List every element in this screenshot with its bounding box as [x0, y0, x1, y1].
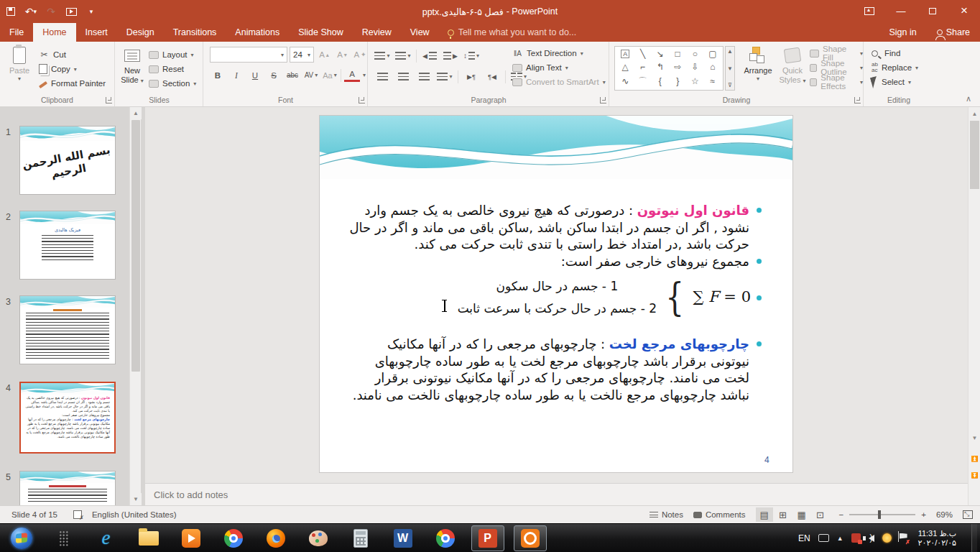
taskbar-file-explorer[interactable]	[132, 525, 165, 551]
font-color-button[interactable]: A	[344, 69, 360, 82]
thumbnail-scrollbar[interactable]: ▲ ▼	[129, 107, 141, 505]
zoom-slider-thumb[interactable]	[878, 510, 881, 519]
slide-thumbnail-1[interactable]: بسم الله الرحمن الرحیم	[19, 126, 116, 195]
rtl-direction-button[interactable]: ¶◀	[484, 69, 500, 84]
previous-slide-icon[interactable]: ⏫	[969, 452, 980, 465]
zoom-slider[interactable]	[849, 514, 915, 515]
slideshow-view-button[interactable]: ⊡	[812, 507, 829, 522]
layout-button[interactable]: Layout▾	[149, 47, 196, 62]
show-hidden-icons-button[interactable]: ▲	[837, 535, 843, 542]
font-size-combo[interactable]: 24▾	[290, 47, 314, 63]
tab-insert[interactable]: Insert	[76, 23, 117, 42]
align-left-button[interactable]	[374, 69, 390, 84]
shape-glyph[interactable]: ∿	[621, 76, 629, 86]
tab-file[interactable]: File	[0, 23, 33, 42]
shape-glyph[interactable]: ○	[693, 49, 698, 59]
notification-app-icon[interactable]	[882, 533, 892, 543]
scroll-down-icon[interactable]: ▼	[130, 493, 142, 505]
change-case-button[interactable]: Aa▾	[322, 68, 338, 83]
clock[interactable]: ب.ظ 11:31 ۲۰۲۰/۰۲/۰۵	[915, 529, 963, 548]
format-painter-button[interactable]: Format Painter	[39, 76, 106, 91]
input-device-icon[interactable]	[818, 534, 829, 542]
language-indicator[interactable]: English (United States)	[92, 510, 177, 519]
shape-glyph[interactable]: ☆	[691, 76, 699, 86]
shapes-gallery-scroll[interactable]: ▲▼⊽	[725, 46, 735, 91]
bullet-newton-first-law[interactable]: قانون اول نیوتون : درصورتی که هیچ نیروی …	[347, 202, 764, 253]
cut-button[interactable]: ✂Cut	[39, 47, 106, 62]
tab-design[interactable]: Design	[117, 23, 164, 42]
font-name-combo[interactable]: ▾	[210, 47, 287, 63]
paragraph-dialog-launcher[interactable]	[600, 97, 606, 104]
zoom-out-button[interactable]: −	[839, 510, 844, 519]
slide-thumbnail-4-selected[interactable]: قانون اول نیوتون : درصورتی که هیچ نیروی …	[19, 382, 116, 454]
normal-view-button[interactable]: ▤	[756, 507, 773, 522]
replace-button[interactable]: abacReplace▾	[872, 60, 918, 75]
taskbar-firefox[interactable]	[259, 525, 292, 551]
shape-glyph[interactable]: }	[676, 76, 679, 86]
character-spacing-button[interactable]: AV▾	[303, 68, 319, 83]
shapes-gallery[interactable]: A ╲ ↘ □ ○ ▢ △ ⌐ ↰ ⇨ ⇩ ⌂ ∿ ⌒ { } ☆ ≈	[614, 46, 724, 91]
section-button[interactable]: Section▾	[149, 76, 196, 91]
fit-slide-to-window-button[interactable]	[963, 510, 973, 519]
taskbar-chrome-2[interactable]	[429, 525, 462, 551]
ribbon-display-options-button[interactable]	[854, 0, 885, 22]
arrange-button[interactable]: Arrange ▾	[739, 45, 777, 82]
ltr-direction-button[interactable]: ▶¶	[463, 69, 479, 84]
decrease-indent-button[interactable]: ◀	[422, 48, 438, 63]
language-tray-indicator[interactable]: EN	[798, 533, 810, 543]
tab-transitions[interactable]: Transitions	[164, 23, 226, 42]
select-button[interactable]: Select▾	[872, 75, 918, 89]
start-button[interactable]	[5, 525, 38, 551]
zoom-in-button[interactable]: +	[921, 510, 926, 519]
new-slide-button[interactable]: NewSlide ▾	[117, 45, 147, 86]
tab-view[interactable]: View	[401, 23, 439, 42]
slide-sorter-view-button[interactable]: ⊞	[775, 507, 792, 522]
italic-button[interactable]: I	[228, 68, 244, 83]
scrollbar-thumb[interactable]	[970, 121, 979, 189]
shape-glyph[interactable]: {	[659, 76, 662, 86]
scroll-up-icon[interactable]: ▲	[130, 107, 142, 119]
close-button[interactable]: ×	[948, 0, 980, 22]
taskbar-internet-explorer[interactable]: e	[90, 525, 123, 551]
shape-fill-button[interactable]: Shape Fill▾	[810, 46, 863, 60]
scroll-down-icon[interactable]: ▼	[969, 431, 980, 444]
reset-button[interactable]: Reset	[149, 62, 196, 76]
taskbar-powerpoint-active[interactable]: P	[471, 525, 504, 551]
reading-view-button[interactable]: ▦	[793, 507, 810, 522]
paste-button[interactable]: Paste ▾	[3, 45, 36, 82]
bullet-sum-of-forces[interactable]: مجموع نیروهای خارجی صفر است:	[347, 253, 764, 270]
align-text-button[interactable]: Align Text▾	[512, 60, 606, 75]
tab-slide-show[interactable]: Slide Show	[289, 23, 353, 42]
strikethrough-button[interactable]: abc	[285, 68, 300, 83]
clipboard-dialog-launcher[interactable]	[106, 97, 112, 104]
tab-home[interactable]: Home	[33, 23, 75, 42]
share-button[interactable]: Share	[927, 23, 980, 42]
taskbar-paint[interactable]	[302, 525, 335, 551]
shape-glyph[interactable]: ╲	[640, 49, 645, 59]
shape-glyph[interactable]: ↰	[657, 62, 664, 72]
drawing-dialog-launcher[interactable]	[854, 97, 861, 104]
tell-me-box[interactable]: Tell me what you want to do...	[439, 23, 586, 42]
minimize-button[interactable]: —	[885, 0, 917, 22]
shape-glyph[interactable]: ≈	[711, 76, 716, 86]
shape-outline-button[interactable]: Shape Outline▾	[810, 60, 863, 75]
zoom-percentage[interactable]: 69%	[936, 510, 953, 519]
notes-placeholder[interactable]: Click to add notes	[154, 489, 228, 500]
align-right-button[interactable]	[416, 69, 432, 84]
bullets-button[interactable]: ▾	[374, 48, 390, 63]
taskbar-calculator[interactable]	[344, 525, 377, 551]
scroll-up-icon[interactable]: ▲	[969, 107, 980, 120]
action-center-flag-icon[interactable]	[900, 535, 907, 541]
line-spacing-button[interactable]: ↕▾	[463, 48, 479, 63]
bullet-inertial-frames[interactable]: چارچوبهای مرجع لخت : چارچوبهای مرجعی را …	[347, 336, 764, 403]
quick-styles-button[interactable]: QuickStyles ▾	[777, 45, 808, 86]
taskbar-ocam-active[interactable]	[514, 525, 547, 551]
slide-thumbnail-2[interactable]: فیزیک هالیدی	[19, 211, 116, 280]
shape-glyph[interactable]: A	[621, 50, 629, 58]
taskbar-media-player[interactable]	[175, 525, 208, 551]
shape-glyph[interactable]: ↘	[657, 49, 664, 59]
tab-animations[interactable]: Animations	[226, 23, 289, 42]
font-dialog-launcher[interactable]	[359, 97, 365, 104]
shape-glyph[interactable]: △	[622, 62, 629, 72]
bold-button[interactable]: B	[210, 68, 226, 83]
